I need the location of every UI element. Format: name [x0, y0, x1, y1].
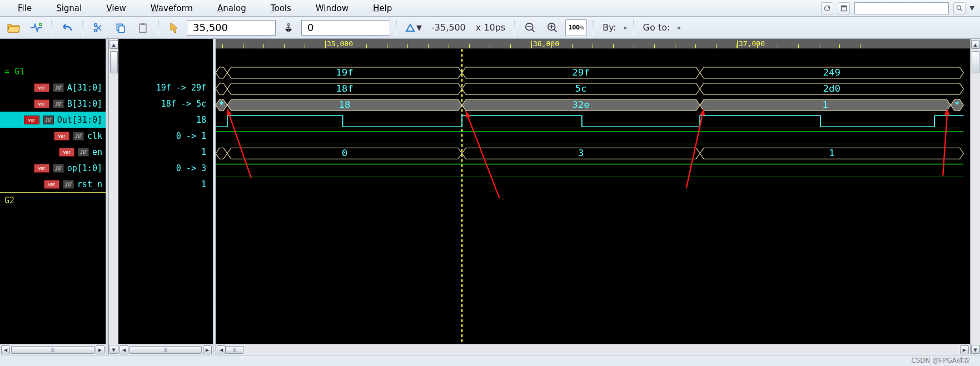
- signal-value: 18: [118, 112, 213, 128]
- menu-signal[interactable]: Signal: [44, 1, 94, 16]
- signal-value: 0 -> 3: [118, 160, 213, 176]
- scroll-thumb[interactable]: [972, 51, 979, 73]
- paste-icon[interactable]: [133, 19, 152, 36]
- waveform-glyph-icon: [63, 180, 74, 189]
- menu-bar: File Signal View Waveform Analog Tools W…: [0, 0, 980, 17]
- add-signal-icon[interactable]: [27, 19, 46, 36]
- type-badge: ver: [59, 148, 74, 157]
- menu-analog[interactable]: Analog: [205, 1, 258, 16]
- goto-label: Go to:: [640, 22, 674, 33]
- dropdown-icon[interactable]: ▼: [970, 4, 974, 12]
- type-badge: ver: [54, 132, 69, 141]
- waveform-panel: 35,00036,00037,000 19f29f24918f5c2d0*183…: [216, 39, 970, 355]
- type-badge: ver: [34, 83, 49, 92]
- scroll-down-icon[interactable]: ▾: [971, 345, 980, 354]
- svg-line-36: [943, 109, 947, 176]
- scroll-up-icon[interactable]: ▴: [110, 40, 118, 49]
- signal-row-en[interactable]: veren: [0, 144, 106, 160]
- svg-rect-8: [140, 24, 146, 32]
- scroll-thumb[interactable]: [11, 346, 94, 354]
- group-g1[interactable]: = G1: [0, 63, 106, 79]
- bus-value: 3: [578, 148, 584, 158]
- scroll-thumb[interactable]: [110, 51, 118, 73]
- timescale-label: x 10ps: [472, 22, 509, 33]
- undo-icon[interactable]: [58, 19, 77, 36]
- svg-marker-26: [216, 148, 227, 159]
- scroll-right-icon[interactable]: ▸: [960, 345, 969, 354]
- signal-value: 18f -> 5c: [118, 96, 213, 112]
- scroll-down-icon[interactable]: ▾: [110, 345, 118, 354]
- names-vscroll[interactable]: ▴ ▾: [108, 39, 118, 355]
- search-icon[interactable]: [953, 2, 966, 14]
- scroll-thumb[interactable]: [130, 346, 202, 354]
- svg-line-33: [227, 109, 251, 178]
- time-ruler[interactable]: 35,00036,00037,000: [216, 39, 970, 49]
- signal-name: clk: [87, 131, 102, 141]
- open-icon[interactable]: [4, 19, 23, 36]
- menu-window[interactable]: Window: [304, 1, 361, 16]
- waveform-glyph-icon: [43, 116, 54, 124]
- scroll-right-icon[interactable]: ▸: [96, 345, 105, 354]
- signal-row-B310[interactable]: verB[31:0]: [0, 96, 106, 112]
- signal-value: 1: [118, 176, 213, 192]
- bus-value: *: [954, 100, 960, 110]
- menu-tools[interactable]: Tools: [258, 1, 304, 16]
- svg-rect-1: [841, 6, 846, 7]
- signal-value: 0 -> 1: [118, 128, 213, 144]
- values-hscroll[interactable]: ◂ ▸: [118, 344, 213, 355]
- copy-icon[interactable]: [111, 19, 130, 36]
- waves-hscroll[interactable]: ◂ ▸: [216, 344, 970, 355]
- by-more-icon[interactable]: »: [623, 23, 628, 32]
- bus-value: 19f: [336, 68, 353, 78]
- search-input[interactable]: [854, 2, 949, 14]
- menu-view[interactable]: View: [94, 1, 138, 16]
- svg-marker-13: [216, 67, 227, 78]
- menu-help[interactable]: Help: [361, 1, 404, 16]
- names-hscroll[interactable]: ◂ ▸: [0, 344, 106, 355]
- waveform-glyph-icon: [53, 99, 64, 108]
- zoom-out-icon[interactable]: [521, 19, 540, 36]
- signal-row-rst_n[interactable]: verrst_n: [0, 176, 106, 192]
- scroll-thumb[interactable]: [226, 346, 243, 354]
- signal-row-op10[interactable]: verop[1:0]: [0, 160, 106, 176]
- bus-value: 18f: [336, 84, 353, 94]
- time-input[interactable]: 35,500: [187, 20, 276, 36]
- signal-row-clk[interactable]: verclk: [0, 128, 106, 144]
- zoom-100-icon[interactable]: 100%: [565, 19, 587, 36]
- ruler-label: 36,000: [533, 39, 559, 48]
- cursor-icon[interactable]: [165, 19, 183, 36]
- type-badge: ver: [44, 180, 59, 189]
- scroll-left-icon[interactable]: ◂: [120, 345, 128, 354]
- svg-marker-17: [216, 83, 227, 94]
- window-icon[interactable]: [838, 2, 850, 14]
- scroll-right-icon[interactable]: ▸: [203, 345, 212, 354]
- scroll-left-icon[interactable]: ◂: [1, 345, 10, 354]
- scroll-left-icon[interactable]: ◂: [217, 345, 226, 354]
- signal-name: Out[31:0]: [57, 115, 102, 125]
- zoom-in-icon[interactable]: [543, 19, 562, 36]
- signal-name: op[1:0]: [67, 163, 102, 173]
- type-badge: ver: [34, 99, 49, 108]
- cursor-pos-input[interactable]: 0: [301, 20, 390, 36]
- bus-value: 249: [823, 68, 840, 78]
- type-badge: ver: [24, 116, 39, 124]
- bus-value: 0: [342, 148, 347, 158]
- signal-value: 19f -> 29f: [118, 79, 213, 96]
- scroll-up-icon[interactable]: ▴: [971, 40, 980, 49]
- menu-waveform[interactable]: Waveform: [138, 1, 205, 16]
- group-g2[interactable]: G2: [0, 192, 106, 208]
- cut-icon[interactable]: [89, 19, 108, 36]
- signal-row-Out310[interactable]: verOut[31:0]: [0, 112, 106, 128]
- waveform-canvas[interactable]: 19f29f24918f5c2d0*1832e1*031: [216, 49, 970, 344]
- delta-icon[interactable]: ▼: [402, 19, 425, 36]
- goto-more-icon[interactable]: »: [676, 23, 681, 32]
- waveform-glyph-icon: [53, 83, 64, 92]
- waves-vscroll[interactable]: ▴ ▾: [970, 39, 980, 355]
- signal-name: B[31:0]: [67, 99, 102, 109]
- signal-row-A310[interactable]: verA[31:0]: [0, 79, 106, 96]
- annotation-arrow: [466, 111, 471, 118]
- signal-value: 1: [118, 144, 213, 160]
- refresh-icon[interactable]: [821, 2, 833, 14]
- menu-file[interactable]: File: [6, 1, 44, 16]
- anchor-icon[interactable]: [279, 19, 298, 36]
